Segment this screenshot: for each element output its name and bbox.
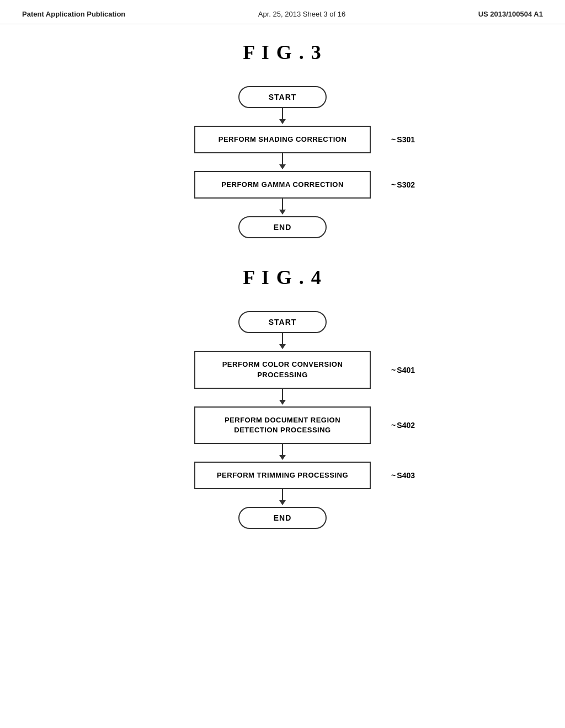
- arrow-3-2: [279, 153, 286, 171]
- fig3-s301-label: S301: [391, 135, 415, 144]
- header-center: Apr. 25, 2013 Sheet 3 of 16: [258, 10, 345, 18]
- fig4-s402-label: S402: [391, 421, 415, 430]
- arrow-3-3: [279, 199, 286, 216]
- fig3-start-node: START: [238, 86, 327, 108]
- arrow-4-3: [279, 444, 286, 462]
- fig4-s401-node: PERFORM COLOR CONVERSIONPROCESSING: [194, 351, 371, 388]
- arrow-4-2: [279, 389, 286, 406]
- page-header: Patent Application Publication Apr. 25, …: [0, 0, 565, 24]
- flowchart-3: START PERFORM SHADING CORRECTION S301 PE…: [145, 86, 420, 238]
- fig3-s302-node: PERFORM GAMMA CORRECTION: [194, 171, 371, 199]
- main-content: F I G . 3 START PERFORM SHADING CORRECTI…: [0, 24, 565, 573]
- flowchart-4: START PERFORM COLOR CONVERSIONPROCESSING…: [145, 311, 420, 529]
- fig3-s301-node: PERFORM SHADING CORRECTION: [194, 126, 371, 153]
- fig4-s402-node: PERFORM DOCUMENT REGIONDETECTION PROCESS…: [194, 406, 371, 444]
- fig4-s402-row: PERFORM DOCUMENT REGIONDETECTION PROCESS…: [145, 406, 420, 444]
- fig3-s302-row: PERFORM GAMMA CORRECTION S302: [145, 171, 420, 199]
- fig3-s302-label: S302: [391, 180, 415, 189]
- fig3-end-node: END: [238, 216, 327, 238]
- fig4-s403-row: PERFORM TRIMMING PROCESSING S403: [145, 462, 420, 489]
- fig4-start-node: START: [238, 311, 327, 333]
- header-left: Patent Application Publication: [22, 10, 125, 18]
- arrow-4-4: [279, 489, 286, 507]
- fig4-s403-label: S403: [391, 471, 415, 480]
- figure-4-title: F I G . 4: [243, 266, 322, 289]
- fig3-start-row: START: [145, 86, 420, 108]
- arrow-3-1: [279, 108, 286, 126]
- figure-4-section: F I G . 4 START PERFORM COLOR CONVERSION…: [33, 266, 532, 529]
- fig3-end-row: END: [145, 216, 420, 238]
- fig4-s401-row: PERFORM COLOR CONVERSIONPROCESSING S401: [145, 351, 420, 388]
- fig4-s401-label: S401: [391, 366, 415, 374]
- arrow-4-1: [279, 333, 286, 351]
- header-right: US 2013/100504 A1: [478, 10, 543, 18]
- fig3-s301-row: PERFORM SHADING CORRECTION S301: [145, 126, 420, 153]
- figure-3-title: F I G . 3: [243, 41, 322, 64]
- fig4-start-row: START: [145, 311, 420, 333]
- figure-3-section: F I G . 3 START PERFORM SHADING CORRECTI…: [33, 41, 532, 238]
- fig4-end-node: END: [238, 507, 327, 529]
- fig4-end-row: END: [145, 507, 420, 529]
- fig4-s403-node: PERFORM TRIMMING PROCESSING: [194, 462, 371, 489]
